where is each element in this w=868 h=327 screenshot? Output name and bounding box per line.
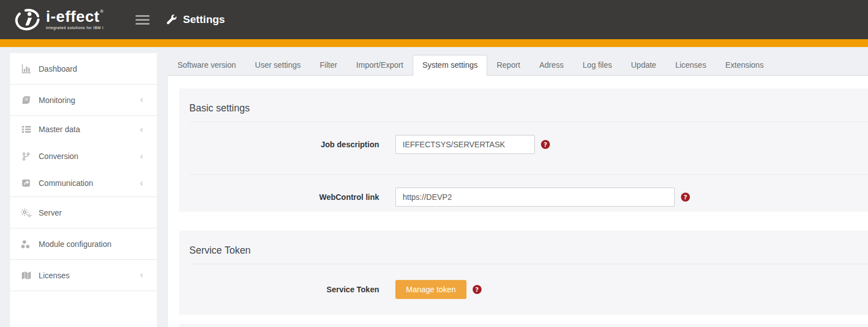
sidebar-item-master-data[interactable]: Master data ‹	[10, 116, 157, 143]
sidebar-item-dashboard[interactable]: Dashboard	[10, 53, 157, 84]
tab-software-version[interactable]: Software version	[168, 55, 245, 76]
cubes-icon	[20, 239, 32, 249]
sidebar-item-server[interactable]: Server	[10, 197, 157, 228]
sidebar-item-label: Licenses	[39, 271, 69, 280]
book-icon	[20, 95, 32, 105]
sidebar-item-module-configuration[interactable]: Module configuration	[10, 228, 157, 259]
brand-logo[interactable]: i-effect ® integrated solutions for IBM …	[14, 6, 104, 33]
list-icon	[20, 124, 32, 134]
page-title: Settings	[183, 13, 225, 26]
brand-name: i-effect	[46, 9, 100, 25]
bar-chart-icon	[20, 64, 32, 74]
i-effect-emblem-icon	[14, 6, 41, 33]
sidebar-item-label: Conversion	[39, 152, 78, 161]
chevron-left-icon: ‹	[139, 179, 143, 188]
job-description-input[interactable]	[395, 135, 535, 154]
settings-tabs: Software version User settings Filter Im…	[168, 47, 868, 76]
help-icon[interactable]: ?	[541, 140, 550, 149]
share-square-icon	[20, 178, 32, 188]
job-description-label: Job description	[189, 140, 379, 149]
registered-mark: ®	[100, 10, 104, 14]
sidebar-item-label: Master data	[39, 125, 80, 134]
service-token-label: Service Token	[189, 285, 379, 294]
menu-toggle-icon[interactable]	[136, 13, 150, 27]
branch-icon	[20, 151, 32, 161]
chevron-left-icon: ‹	[139, 270, 143, 280]
tab-update[interactable]: Update	[622, 55, 666, 76]
sidebar-item-licenses[interactable]: Licenses ‹	[10, 260, 157, 291]
sidebar-item-label: Dashboard	[39, 64, 77, 73]
accent-bar	[0, 39, 868, 47]
tab-system-settings[interactable]: System settings	[413, 55, 487, 76]
wrench-icon	[165, 13, 178, 26]
help-icon[interactable]: ?	[681, 193, 690, 202]
chevron-left-icon: ‹	[139, 152, 143, 161]
tab-filter[interactable]: Filter	[310, 55, 347, 76]
section-title: Service Token	[189, 231, 868, 256]
sidebar-item-label: Module configuration	[39, 240, 111, 249]
sidebar-item-label: Server	[39, 208, 62, 217]
sidebar-item-label: Communication	[39, 179, 93, 188]
job-description-row: Job description ?	[189, 122, 868, 167]
tab-import-export[interactable]: Import/Export	[347, 55, 413, 76]
sidebar-item-conversion[interactable]: Conversion ‹	[10, 143, 157, 170]
chevron-left-icon: ‹	[139, 95, 143, 105]
tab-content: Basic settings Job description ? WebCont…	[168, 76, 868, 327]
tab-user-settings[interactable]: User settings	[245, 55, 310, 76]
sidebar-item-monitoring[interactable]: Monitoring ‹	[10, 85, 157, 115]
sidebar-item-communication[interactable]: Communication ‹	[10, 170, 157, 197]
tab-licenses[interactable]: Licenses	[666, 55, 716, 76]
tab-adress[interactable]: Adress	[530, 55, 573, 76]
sidebar-empty-area	[10, 291, 157, 327]
gears-icon	[20, 208, 32, 218]
settings-page: i-effect ® integrated solutions for IBM …	[0, 0, 868, 327]
tab-extensions[interactable]: Extensions	[716, 55, 773, 76]
top-bar: i-effect ® integrated solutions for IBM …	[0, 0, 868, 39]
manage-token-button[interactable]: Manage token	[395, 280, 466, 299]
tab-report[interactable]: Report	[487, 55, 530, 76]
next-section-partial	[179, 324, 868, 327]
main-area: Software version User settings Filter Im…	[168, 47, 868, 327]
webcontrol-link-input[interactable]	[395, 188, 675, 207]
service-token-section: Service Token Service Token Manage token…	[179, 231, 868, 315]
section-title: Basic settings	[189, 88, 868, 114]
help-icon[interactable]: ?	[473, 285, 482, 294]
map-icon	[20, 270, 32, 281]
tab-log-files[interactable]: Log files	[573, 55, 622, 76]
sidebar-item-label: Monitoring	[39, 96, 75, 105]
sidebar-nav: Dashboard Monitoring ‹	[10, 53, 157, 327]
chevron-left-icon: ‹	[139, 125, 143, 134]
webcontrol-link-row: WebControl link ?	[189, 175, 868, 219]
basic-settings-section: Basic settings Job description ? WebCont…	[179, 88, 868, 212]
brand-tagline: integrated solutions for IBM i	[46, 26, 104, 30]
service-token-row: Service Token Manage token ?	[189, 264, 868, 315]
webcontrol-link-label: WebControl link	[189, 193, 379, 202]
